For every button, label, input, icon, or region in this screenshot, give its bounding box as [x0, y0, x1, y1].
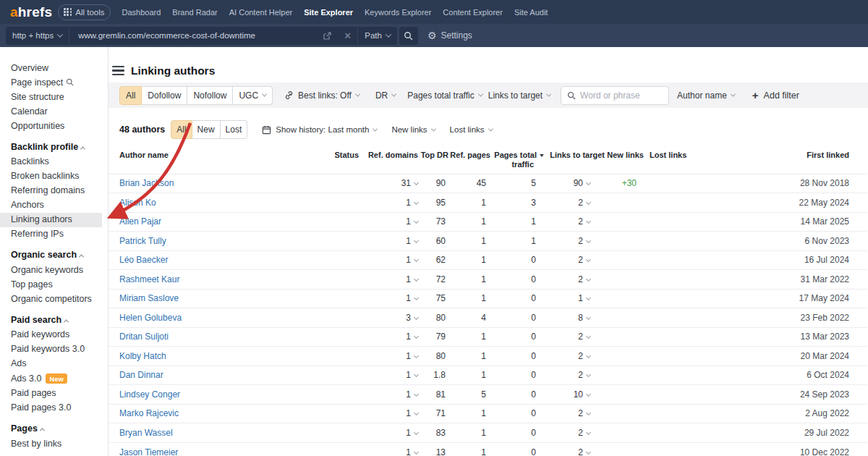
sidebar-item-overview[interactable]: Overview — [0, 61, 108, 75]
sidebar-section-pages[interactable]: Pages — [0, 415, 108, 437]
clear-icon[interactable]: ✕ — [344, 30, 352, 41]
chevron-down-icon[interactable] — [414, 295, 419, 300]
lost-links-dropdown[interactable]: Lost links — [450, 125, 493, 134]
segment-nofollow[interactable]: Nofollow — [187, 86, 233, 105]
chevron-down-icon[interactable] — [586, 276, 591, 282]
chevron-down-icon[interactable] — [414, 276, 419, 282]
author-link[interactable]: Jason Tiemeier — [119, 447, 178, 456]
mode-dropdown[interactable]: Path — [358, 27, 397, 45]
sidebar-item-page-inspect[interactable]: Page inspect — [0, 75, 108, 90]
protocol-dropdown[interactable]: http + https — [6, 27, 69, 45]
chevron-down-icon[interactable] — [586, 372, 591, 377]
sidebar-item-anchors[interactable]: Anchors — [0, 198, 108, 213]
sidebar-item-ads-3-0[interactable]: Ads 3.0New — [0, 371, 108, 387]
links-to-target-filter[interactable]: Links to target — [488, 90, 550, 101]
sidebar-item-organic-competitors[interactable]: Organic competitors — [0, 292, 108, 306]
author-link[interactable]: Allen Pajar — [119, 216, 161, 227]
chevron-down-icon[interactable] — [414, 238, 419, 243]
author-link[interactable]: Rashmeet Kaur — [119, 274, 179, 284]
sidebar-item-top-pages[interactable]: Top pages — [0, 277, 108, 292]
chevron-down-icon[interactable] — [414, 410, 419, 415]
new-links-dropdown[interactable]: New links — [391, 125, 435, 134]
sidebar-item-calendar[interactable]: Calendar — [0, 104, 108, 119]
nav-item-content-explorer[interactable]: Content Explorer — [437, 8, 509, 17]
chevron-down-icon[interactable] — [586, 315, 591, 320]
chevron-down-icon[interactable] — [414, 372, 419, 377]
open-external-icon[interactable] — [323, 31, 332, 41]
ahrefs-logo[interactable]: ahrefs — [10, 4, 52, 20]
author-link[interactable]: Léo Baecker — [119, 255, 168, 265]
sidebar-section-paid-search[interactable]: Paid search — [0, 306, 108, 328]
segment-dofollow[interactable]: Dofollow — [142, 86, 187, 105]
segment-all[interactable]: All — [171, 120, 192, 139]
sidebar-item-broken-backlinks[interactable]: Broken backlinks — [0, 169, 108, 184]
column-header-status[interactable]: Status — [323, 144, 359, 174]
author-link[interactable]: Dritan Suljoti — [119, 332, 169, 342]
author-link[interactable]: Bryan Wassel — [119, 428, 173, 438]
chevron-down-icon[interactable] — [414, 430, 419, 435]
word-search-input[interactable]: Word or phrase — [561, 86, 669, 105]
chevron-down-icon[interactable] — [586, 257, 591, 262]
sidebar-item-organic-keywords[interactable]: Organic keywords — [0, 263, 108, 277]
author-link[interactable]: Lindsey Conger — [119, 389, 180, 400]
chevron-down-icon[interactable] — [586, 238, 591, 243]
sidebar-item-referring-ips[interactable]: Referring IPs — [0, 227, 108, 242]
chevron-down-icon[interactable] — [414, 315, 419, 320]
sidebar-item-paid-keywords[interactable]: Paid keywords — [0, 328, 108, 342]
pages-total-traffic-filter[interactable]: Pages total traffic — [407, 90, 482, 101]
nav-item-site-audit[interactable]: Site Audit — [509, 8, 553, 17]
sidebar-section-backlink-profile[interactable]: Backlink profile — [0, 133, 108, 155]
chevron-down-icon[interactable] — [586, 295, 591, 300]
nav-item-site-explorer[interactable]: Site Explorer — [298, 8, 359, 17]
author-link[interactable]: Dan Dinnar — [119, 370, 163, 380]
chevron-down-icon[interactable] — [414, 180, 419, 185]
chevron-down-icon[interactable] — [586, 353, 591, 358]
sidebar-item-best-by-links[interactable]: Best by links — [0, 436, 108, 451]
author-link[interactable]: Marko Rajcevic — [119, 408, 179, 418]
sidebar-item-linking-authors[interactable]: Linking authors — [0, 213, 108, 227]
show-history-dropdown[interactable]: Show history: Last month — [262, 125, 377, 135]
segment-all[interactable]: All — [119, 86, 142, 105]
column-header-ref-domains[interactable]: Ref. domains — [359, 144, 418, 174]
chevron-down-icon[interactable] — [414, 353, 419, 358]
best-links-filter[interactable]: Best links: Off — [284, 90, 359, 101]
chevron-down-icon[interactable] — [414, 200, 419, 205]
chevron-down-icon[interactable] — [586, 392, 591, 397]
sidebar-item-paid-pages-3-0[interactable]: Paid pages 3.0 — [0, 401, 108, 415]
add-filter-button[interactable]: + Add filter — [752, 90, 799, 101]
chevron-down-icon[interactable] — [586, 410, 591, 415]
segment-lost[interactable]: Lost — [221, 120, 248, 139]
chevron-down-icon[interactable] — [586, 180, 591, 185]
settings-button[interactable]: ⚙ Settings — [427, 30, 472, 41]
chevron-down-icon[interactable] — [586, 430, 591, 435]
sidebar-section-organic-search[interactable]: Organic search — [0, 242, 108, 263]
sidebar-item-opportunities[interactable]: Opportunities — [0, 119, 108, 133]
sidebar-item-referring-domains[interactable]: Referring domains — [0, 184, 108, 198]
author-link[interactable]: Kolby Hatch — [119, 351, 166, 361]
column-header-name[interactable]: Author name — [109, 144, 323, 174]
author-link[interactable]: Helen Golubeva — [119, 313, 182, 323]
chevron-down-icon[interactable] — [414, 219, 419, 224]
column-header-new-links[interactable]: New links — [605, 144, 644, 174]
column-header-ref-pages[interactable]: Ref. pages — [448, 144, 490, 174]
chevron-down-icon[interactable] — [414, 449, 419, 454]
chevron-down-icon[interactable] — [586, 334, 591, 339]
column-header-first-linked[interactable]: First linked — [687, 144, 867, 174]
author-link[interactable]: Patrick Tully — [119, 236, 166, 246]
column-header-lost-links[interactable]: Lost links — [644, 144, 687, 174]
chevron-down-icon[interactable] — [414, 257, 419, 262]
chevron-down-icon[interactable] — [414, 392, 419, 397]
author-link[interactable]: Alison Ko — [119, 198, 156, 208]
nav-item-dashboard[interactable]: Dashboard — [116, 8, 167, 17]
author-link[interactable]: Brian Jackson — [119, 178, 174, 188]
sidebar-item-paid-pages[interactable]: Paid pages — [0, 387, 108, 401]
nav-item-brand-radar[interactable]: Brand Radar — [166, 8, 223, 17]
author-link[interactable]: Miriam Saslove — [119, 293, 179, 303]
sidebar-item-ads[interactable]: Ads — [0, 357, 108, 371]
author-name-dropdown[interactable]: Author name — [677, 90, 735, 101]
chevron-down-icon[interactable] — [586, 200, 591, 205]
chevron-down-icon[interactable] — [586, 219, 591, 224]
search-button[interactable] — [399, 27, 418, 45]
segment-ugc[interactable]: UGC — [233, 86, 273, 105]
chevron-down-icon[interactable] — [586, 449, 591, 454]
